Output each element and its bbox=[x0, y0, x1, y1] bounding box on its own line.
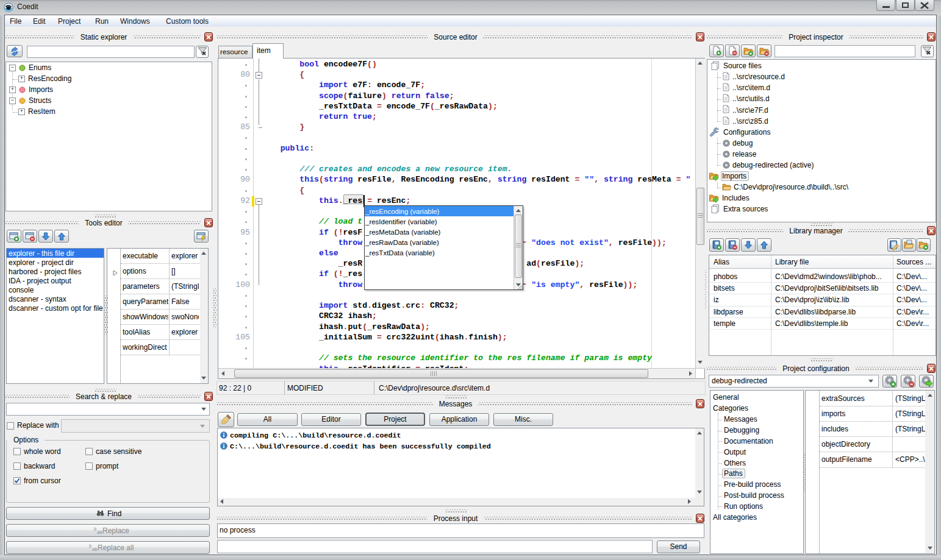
svg-text:b: b bbox=[94, 526, 96, 532]
svg-text:b: b bbox=[89, 544, 91, 549]
